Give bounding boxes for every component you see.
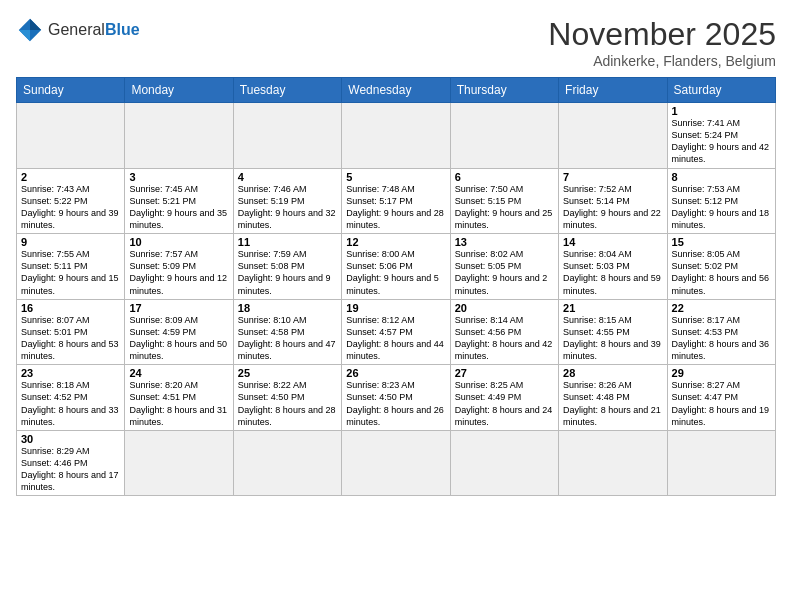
week-row-2: 9Sunrise: 7:55 AM Sunset: 5:11 PM Daylig… [17,234,776,300]
calendar-cell: 7Sunrise: 7:52 AM Sunset: 5:14 PM Daylig… [559,168,667,234]
day-number: 12 [346,236,445,248]
calendar-cell [342,103,450,169]
calendar-cell [233,430,341,496]
day-number: 30 [21,433,120,445]
calendar-cell [125,430,233,496]
day-number: 11 [238,236,337,248]
logo-blue: Blue [105,21,140,38]
calendar-cell: 14Sunrise: 8:04 AM Sunset: 5:03 PM Dayli… [559,234,667,300]
calendar-cell: 20Sunrise: 8:14 AM Sunset: 4:56 PM Dayli… [450,299,558,365]
calendar-cell [17,103,125,169]
day-number: 18 [238,302,337,314]
day-number: 29 [672,367,771,379]
calendar-cell: 8Sunrise: 7:53 AM Sunset: 5:12 PM Daylig… [667,168,775,234]
day-number: 3 [129,171,228,183]
day-info: Sunrise: 7:41 AM Sunset: 5:24 PM Dayligh… [672,118,770,164]
calendar-cell: 2Sunrise: 7:43 AM Sunset: 5:22 PM Daylig… [17,168,125,234]
day-number: 8 [672,171,771,183]
day-number: 6 [455,171,554,183]
dow-header-tuesday: Tuesday [233,78,341,103]
day-number: 14 [563,236,662,248]
day-info: Sunrise: 7:57 AM Sunset: 5:09 PM Dayligh… [129,249,227,295]
day-number: 27 [455,367,554,379]
day-info: Sunrise: 7:43 AM Sunset: 5:22 PM Dayligh… [21,184,119,230]
month-title: November 2025 [548,16,776,53]
day-info: Sunrise: 8:04 AM Sunset: 5:03 PM Dayligh… [563,249,661,295]
day-info: Sunrise: 8:10 AM Sunset: 4:58 PM Dayligh… [238,315,336,361]
day-number: 17 [129,302,228,314]
day-info: Sunrise: 7:46 AM Sunset: 5:19 PM Dayligh… [238,184,336,230]
calendar-cell [125,103,233,169]
calendar-cell: 11Sunrise: 7:59 AM Sunset: 5:08 PM Dayli… [233,234,341,300]
calendar-cell: 27Sunrise: 8:25 AM Sunset: 4:49 PM Dayli… [450,365,558,431]
location-subtitle: Adinkerke, Flanders, Belgium [548,53,776,69]
day-info: Sunrise: 7:48 AM Sunset: 5:17 PM Dayligh… [346,184,444,230]
day-info: Sunrise: 7:55 AM Sunset: 5:11 PM Dayligh… [21,249,119,295]
calendar-cell: 5Sunrise: 7:48 AM Sunset: 5:17 PM Daylig… [342,168,450,234]
calendar-cell [450,103,558,169]
day-info: Sunrise: 8:09 AM Sunset: 4:59 PM Dayligh… [129,315,227,361]
dow-header-saturday: Saturday [667,78,775,103]
day-number: 15 [672,236,771,248]
calendar-cell: 18Sunrise: 8:10 AM Sunset: 4:58 PM Dayli… [233,299,341,365]
day-number: 2 [21,171,120,183]
day-info: Sunrise: 7:45 AM Sunset: 5:21 PM Dayligh… [129,184,227,230]
day-info: Sunrise: 8:02 AM Sunset: 5:05 PM Dayligh… [455,249,548,295]
svg-marker-1 [30,19,41,30]
calendar-cell: 26Sunrise: 8:23 AM Sunset: 4:50 PM Dayli… [342,365,450,431]
dow-header-friday: Friday [559,78,667,103]
day-info: Sunrise: 7:50 AM Sunset: 5:15 PM Dayligh… [455,184,553,230]
calendar-cell [667,430,775,496]
day-info: Sunrise: 8:23 AM Sunset: 4:50 PM Dayligh… [346,380,444,426]
day-number: 23 [21,367,120,379]
week-row-3: 16Sunrise: 8:07 AM Sunset: 5:01 PM Dayli… [17,299,776,365]
week-row-4: 23Sunrise: 8:18 AM Sunset: 4:52 PM Dayli… [17,365,776,431]
day-number: 10 [129,236,228,248]
calendar-cell: 22Sunrise: 8:17 AM Sunset: 4:53 PM Dayli… [667,299,775,365]
calendar-cell: 29Sunrise: 8:27 AM Sunset: 4:47 PM Dayli… [667,365,775,431]
day-info: Sunrise: 7:53 AM Sunset: 5:12 PM Dayligh… [672,184,770,230]
svg-marker-2 [19,30,30,41]
day-info: Sunrise: 8:18 AM Sunset: 4:52 PM Dayligh… [21,380,119,426]
calendar-cell: 19Sunrise: 8:12 AM Sunset: 4:57 PM Dayli… [342,299,450,365]
day-info: Sunrise: 8:20 AM Sunset: 4:51 PM Dayligh… [129,380,227,426]
day-number: 16 [21,302,120,314]
week-row-5: 30Sunrise: 8:29 AM Sunset: 4:46 PM Dayli… [17,430,776,496]
calendar-cell [450,430,558,496]
calendar-cell: 9Sunrise: 7:55 AM Sunset: 5:11 PM Daylig… [17,234,125,300]
day-info: Sunrise: 8:25 AM Sunset: 4:49 PM Dayligh… [455,380,553,426]
calendar-cell [342,430,450,496]
day-info: Sunrise: 8:07 AM Sunset: 5:01 PM Dayligh… [21,315,119,361]
calendar-cell: 30Sunrise: 8:29 AM Sunset: 4:46 PM Dayli… [17,430,125,496]
week-row-1: 2Sunrise: 7:43 AM Sunset: 5:22 PM Daylig… [17,168,776,234]
day-number: 13 [455,236,554,248]
calendar-page: GeneralBlue November 2025 Adinkerke, Fla… [0,0,792,612]
dow-header-wednesday: Wednesday [342,78,450,103]
calendar-cell: 10Sunrise: 7:57 AM Sunset: 5:09 PM Dayli… [125,234,233,300]
dow-header-monday: Monday [125,78,233,103]
day-number: 19 [346,302,445,314]
calendar-cell: 21Sunrise: 8:15 AM Sunset: 4:55 PM Dayli… [559,299,667,365]
day-number: 9 [21,236,120,248]
header: GeneralBlue November 2025 Adinkerke, Fla… [16,16,776,69]
calendar-cell: 13Sunrise: 8:02 AM Sunset: 5:05 PM Dayli… [450,234,558,300]
day-number: 7 [563,171,662,183]
calendar-cell: 4Sunrise: 7:46 AM Sunset: 5:19 PM Daylig… [233,168,341,234]
calendar-table: SundayMondayTuesdayWednesdayThursdayFrid… [16,77,776,496]
logo-general: General [48,21,105,38]
day-number: 4 [238,171,337,183]
day-info: Sunrise: 8:00 AM Sunset: 5:06 PM Dayligh… [346,249,439,295]
calendar-cell: 16Sunrise: 8:07 AM Sunset: 5:01 PM Dayli… [17,299,125,365]
day-number: 21 [563,302,662,314]
calendar-cell: 24Sunrise: 8:20 AM Sunset: 4:51 PM Dayli… [125,365,233,431]
day-number: 1 [672,105,771,117]
day-info: Sunrise: 7:52 AM Sunset: 5:14 PM Dayligh… [563,184,661,230]
calendar-cell: 12Sunrise: 8:00 AM Sunset: 5:06 PM Dayli… [342,234,450,300]
dow-header-thursday: Thursday [450,78,558,103]
week-row-0: 1Sunrise: 7:41 AM Sunset: 5:24 PM Daylig… [17,103,776,169]
day-info: Sunrise: 8:15 AM Sunset: 4:55 PM Dayligh… [563,315,661,361]
calendar-cell [233,103,341,169]
day-info: Sunrise: 8:12 AM Sunset: 4:57 PM Dayligh… [346,315,444,361]
day-of-week-row: SundayMondayTuesdayWednesdayThursdayFrid… [17,78,776,103]
logo: GeneralBlue [16,16,140,44]
